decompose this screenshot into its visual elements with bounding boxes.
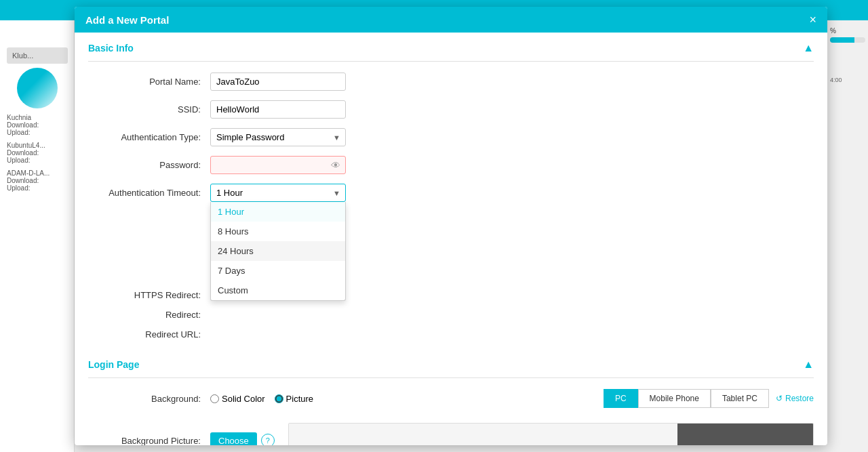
redirect-url-row: Redirect URL: xyxy=(88,329,814,340)
donut-chart xyxy=(17,68,58,108)
basic-info-title: Basic Info xyxy=(88,43,134,54)
preview-area xyxy=(288,423,814,445)
portal-name-input[interactable] xyxy=(210,73,346,91)
device-controls: PC Mobile Phone Tablet PC ↺ Restore xyxy=(604,389,814,408)
login-page-collapse-icon[interactable]: ▲ xyxy=(803,358,814,371)
modal-header: Add a New Portal × xyxy=(75,7,827,33)
picture-label: Picture xyxy=(286,394,313,404)
basic-info-section-header: Basic Info ▲ xyxy=(88,33,814,62)
login-page-title: Login Page xyxy=(88,359,139,370)
background-picture-label: Background Picture: xyxy=(88,436,210,446)
solid-color-option[interactable]: Solid Color xyxy=(210,394,265,404)
redirect-row: Redirect: xyxy=(88,310,814,320)
modal-body: Basic Info ▲ Portal Name: SSID: Authenti… xyxy=(75,33,827,445)
restore-icon: ↺ xyxy=(776,394,783,403)
basic-info-collapse-icon[interactable]: ▲ xyxy=(803,42,814,54)
password-row: Password: 👁 xyxy=(88,156,814,174)
solid-color-label: Solid Color xyxy=(222,394,265,404)
dropdown-option-24hours[interactable]: 24 Hours xyxy=(211,241,345,261)
background-picture-row: Background Picture: Choose ? xyxy=(88,417,814,445)
picture-radio[interactable] xyxy=(275,394,283,403)
restore-button[interactable]: ↺ Restore xyxy=(776,394,814,403)
device-tab-tablet[interactable]: Tablet PC xyxy=(711,389,769,408)
bg-label-kubuntu: KubuntuL4...Download:Upload: xyxy=(7,142,68,164)
background-picture-help-button[interactable]: ? xyxy=(261,434,275,445)
auth-type-row: Authentication Type: Simple Password No … xyxy=(88,128,814,146)
picture-option[interactable]: Picture xyxy=(275,394,313,404)
eye-icon[interactable]: 👁 xyxy=(331,160,340,171)
auth-type-select-wrapper: Simple Password No Authentication Vouche… xyxy=(210,128,346,146)
ssid-label: SSID: xyxy=(88,104,210,115)
solid-color-radio[interactable] xyxy=(210,394,219,403)
auth-timeout-select[interactable]: 1 Hour 8 Hours 24 Hours 7 Days Custom xyxy=(210,184,346,202)
background-picture-choose-button[interactable]: Choose xyxy=(210,432,257,446)
right-sidebar: % 4:00 xyxy=(827,20,868,90)
password-input-wrapper: 👁 xyxy=(210,156,346,174)
auth-timeout-select-wrapper: 1 Hour 8 Hours 24 Hours 7 Days Custom ▼ xyxy=(210,184,346,202)
auth-timeout-label: Authentication Timeout: xyxy=(88,184,210,198)
password-label: Password: xyxy=(88,160,210,170)
https-redirect-label: HTTPS Redirect: xyxy=(88,290,210,300)
dropdown-option-1hour[interactable]: 1 Hour xyxy=(211,202,345,222)
portal-name-label: Portal Name: xyxy=(88,77,210,87)
auth-timeout-row: Authentication Timeout: 1 Hour 8 Hours 2… xyxy=(88,184,814,202)
login-page-section-header: Login Page ▲ xyxy=(88,349,814,378)
modal-close-button[interactable]: × xyxy=(809,14,816,26)
background-label: Background: xyxy=(88,394,210,404)
background-row: Background: Solid Color Picture PC Mobil… xyxy=(88,389,814,408)
left-sidebar: Klub... KuchniaDownload:Upload: KubuntuL… xyxy=(0,20,75,452)
portal-name-row: Portal Name: xyxy=(88,73,814,91)
ssid-row: SSID: xyxy=(88,100,814,119)
dropdown-option-8hours[interactable]: 8 Hours xyxy=(211,222,345,241)
auth-timeout-dropdown-menu: 1 Hour 8 Hours 24 Hours 7 Days Custom xyxy=(210,202,346,301)
redirect-label: Redirect: xyxy=(88,310,210,320)
dropdown-option-7days[interactable]: 7 Days xyxy=(211,261,345,281)
dropdown-option-custom[interactable]: Custom xyxy=(211,281,345,300)
https-redirect-row: HTTPS Redirect: xyxy=(88,290,814,300)
background-radio-group: Solid Color Picture xyxy=(210,394,313,404)
device-tabs: PC Mobile Phone Tablet PC xyxy=(604,389,769,408)
preview-right xyxy=(677,424,813,445)
auth-type-select[interactable]: Simple Password No Authentication Vouche… xyxy=(210,128,346,146)
password-input[interactable] xyxy=(210,156,346,174)
device-tab-pc[interactable]: PC xyxy=(604,389,638,408)
bg-item-1: Klub... xyxy=(7,47,68,64)
auth-timeout-dropdown-container: 1 Hour 8 Hours 24 Hours 7 Days Custom ▼ … xyxy=(210,184,346,202)
modal-title: Add a New Portal xyxy=(85,14,169,26)
redirect-url-label: Redirect URL: xyxy=(88,329,210,340)
modal-dialog: Add a New Portal × Basic Info ▲ Portal N… xyxy=(75,7,827,445)
auth-type-label: Authentication Type: xyxy=(88,132,210,142)
device-tab-mobile[interactable]: Mobile Phone xyxy=(638,389,711,408)
ssid-input[interactable] xyxy=(210,100,346,119)
preview-left xyxy=(289,424,677,445)
bg-label-kuchnia: KuchniaDownload:Upload: xyxy=(7,114,68,136)
bg-label-adam: ADAM-D-LA...Download:Upload: xyxy=(7,169,68,192)
restore-label: Restore xyxy=(785,394,814,403)
